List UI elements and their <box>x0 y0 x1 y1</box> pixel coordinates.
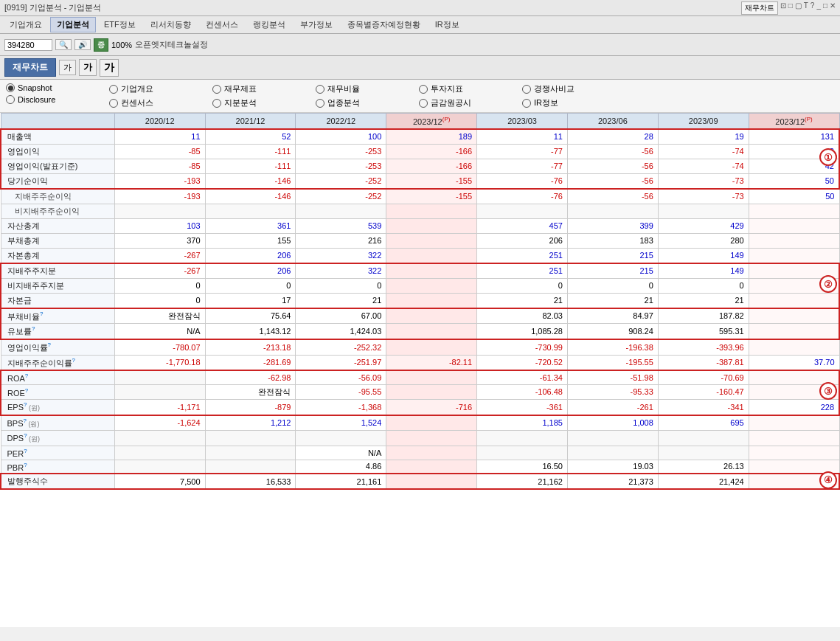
table-row: 자본총계-267206322251215149 <box>1 248 839 263</box>
cell-14-4: -730.99 <box>477 339 568 355</box>
cell-3-2: -252 <box>296 173 386 189</box>
table-row: DPS? (원) <box>1 431 839 446</box>
radio-col-4: 투자지표금감원공시 <box>419 83 522 108</box>
radio-item-5-1[interactable]: IR정보 <box>522 97 625 108</box>
radio-col-0: SnapshotDisclosure <box>6 83 109 104</box>
fin-chart-button[interactable]: 재무차트 <box>741 1 778 15</box>
radio-circle <box>6 83 15 92</box>
icon-btn-1[interactable]: 가 <box>59 60 76 75</box>
cell-11-5: 21 <box>567 293 658 308</box>
cell-14-7 <box>749 339 839 355</box>
cell-21-5 <box>567 446 658 460</box>
radio-item-4-0[interactable]: 투자지표 <box>419 83 522 94</box>
cell-2-3: -166 <box>386 159 477 173</box>
radio-item-3-1[interactable]: 업종분석 <box>316 97 419 108</box>
cell-23-3 <box>386 474 477 489</box>
table-row: 매출액1152100189112819131 <box>1 129 839 145</box>
radio-item-5-0[interactable]: 경쟁사비교 <box>522 83 625 94</box>
section-badge-②: ② <box>819 275 837 293</box>
menu-item-0[interactable]: 기업개요 <box>3 17 49 32</box>
table-row: PBR?4.8616.5019.0326.13 <box>1 460 839 474</box>
section-badge-③: ③ <box>819 382 837 400</box>
cell-9-0: -267 <box>114 263 205 279</box>
cell-13-5: 908.24 <box>567 324 658 339</box>
radio-item-0-0[interactable]: Snapshot <box>6 83 109 92</box>
row-label-13: 유보률? <box>1 324 114 339</box>
menu-item-6[interactable]: 부가정보 <box>294 17 339 32</box>
cell-6-2: 539 <box>296 218 386 233</box>
row-label-0: 매출액 <box>1 129 114 145</box>
cell-2-1: -111 <box>205 159 296 173</box>
radio-item-1-1[interactable]: 컨센서스 <box>109 97 212 108</box>
cell-18-2: -1,368 <box>296 399 386 415</box>
window-controls[interactable]: 재무차트 ⊡ □ ▢ T ? _ □ ✕ <box>741 1 836 15</box>
cell-8-6: 149 <box>658 248 749 263</box>
table-row: 비지배주주지분000000 <box>1 278 839 293</box>
radio-item-4-1[interactable]: 금감원공시 <box>419 97 522 108</box>
section-badge-④: ④ <box>819 471 837 489</box>
cell-14-2: -252.32 <box>296 339 386 355</box>
radio-item-1-0[interactable]: 기업개요 <box>109 83 212 94</box>
table-row: 발행주식수7,50016,53321,16121,16221,37321,424 <box>1 474 839 489</box>
toolbar-row2: 재무차트 가 가 가 <box>0 56 840 80</box>
zoom-label: 100% <box>111 41 132 49</box>
menu-item-5[interactable]: 랭킹분석 <box>246 17 292 32</box>
icon-btn-3[interactable]: 가 <box>100 59 119 77</box>
col-header-3: 2022/12 <box>296 114 386 129</box>
cell-10-1: 0 <box>205 278 296 293</box>
radio-item-2-1[interactable]: 지분분석 <box>212 97 316 108</box>
cell-7-1: 155 <box>205 233 296 248</box>
radio-item-2-0[interactable]: 재무제표 <box>212 83 316 94</box>
cell-17-6: -160.47 <box>658 384 749 399</box>
cell-21-6 <box>658 446 749 460</box>
menu-item-1[interactable]: 기업분석 <box>50 17 96 32</box>
company-name: 오픈엣지테크놀설정 <box>135 39 208 50</box>
menu-item-7[interactable]: 종목별증자예정현황 <box>341 17 427 32</box>
menu-item-3[interactable]: 리서치동향 <box>144 17 198 32</box>
row-label-1: 영업이익 <box>1 144 114 159</box>
cell-16-1: -62.98 <box>205 370 296 384</box>
cell-9-6: 149 <box>658 263 749 279</box>
menu-item-2[interactable]: ETF정보 <box>97 17 142 32</box>
green-tag-button[interactable]: 증 <box>94 38 108 52</box>
table-row: 지배주주순이익률?-1,770.18-281.69-251.97-82.11-7… <box>1 355 839 370</box>
cell-3-5: -56 <box>567 173 658 189</box>
row-label-10: 비지배주주지분 <box>1 278 114 293</box>
financial-table: 2020/122021/122022/122023/12(P)2023/0320… <box>0 113 840 490</box>
radio-item-0-1[interactable]: Disclosure <box>6 95 109 104</box>
cell-0-3: 189 <box>386 129 477 145</box>
search-button[interactable]: 🔍 <box>55 39 72 50</box>
cell-12-7 <box>749 308 839 324</box>
icon-btn-2[interactable]: 가 <box>79 59 97 76</box>
cell-23-0: 7,500 <box>114 474 205 489</box>
cell-9-2: 322 <box>296 263 386 279</box>
cell-19-7 <box>749 415 839 431</box>
cell-18-7: 228 <box>749 399 839 415</box>
table-row: 당기순이익-193-146-252-155-76-56-7350 <box>1 173 839 189</box>
radio-label: Disclosure <box>18 95 55 104</box>
row-label-6: 자산총계 <box>1 218 114 233</box>
cell-11-0: 0 <box>114 293 205 308</box>
row-label-23: 발행주식수 <box>1 474 114 489</box>
cell-22-5: 19.03 <box>567 460 658 474</box>
cell-12-5: 84.97 <box>567 308 658 324</box>
radio-label: 지분분석 <box>224 97 257 108</box>
cell-11-1: 17 <box>205 293 296 308</box>
cell-14-1: -213.18 <box>205 339 296 355</box>
sound-button[interactable]: 🔊 <box>74 39 91 50</box>
cell-10-5: 0 <box>567 278 658 293</box>
data-table-container[interactable]: 2020/122021/122022/122023/12(P)2023/0320… <box>0 113 840 627</box>
radio-item-3-0[interactable]: 재무비율 <box>316 83 419 94</box>
cell-9-3 <box>386 263 477 279</box>
radio-label: IR정보 <box>534 97 558 108</box>
cell-8-2: 322 <box>296 248 386 263</box>
menu-item-8[interactable]: IR정보 <box>428 17 466 32</box>
row-label-21: PER? <box>1 446 114 460</box>
cell-19-1: 1,212 <box>205 415 296 431</box>
radio-label: 재무제표 <box>224 83 257 94</box>
fin-chart-main-button[interactable]: 재무차트 <box>4 58 56 77</box>
cell-10-4: 0 <box>477 278 568 293</box>
menu-item-4[interactable]: 컨센서스 <box>199 17 245 32</box>
cell-22-2: 4.86 <box>296 460 386 474</box>
stock-code-input[interactable] <box>4 39 52 51</box>
